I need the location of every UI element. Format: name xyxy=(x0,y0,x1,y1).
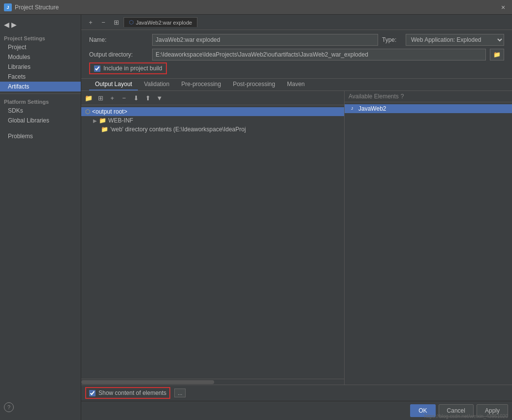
title-bar: J Project Structure × xyxy=(0,0,512,15)
available-item-label: JavaWeb2 xyxy=(358,105,386,112)
output-dir-label: Output directory: xyxy=(89,51,148,58)
tree-item-output-root[interactable]: ⬡ <output root> xyxy=(81,107,344,116)
sidebar-item-libraries[interactable]: Libraries xyxy=(0,62,81,72)
copy-artifact-button[interactable]: ⊞ xyxy=(111,17,122,28)
artifact-tab-label: JavaWeb2:war explode xyxy=(136,20,192,26)
tree-move-up-btn[interactable]: ⬆ xyxy=(142,92,153,103)
title-bar-text: Project Structure xyxy=(15,4,59,11)
output-root-label: <output root> xyxy=(92,108,127,115)
tree-more-btn[interactable]: ▼ xyxy=(154,92,165,103)
close-button[interactable]: × xyxy=(498,2,508,12)
browse-button[interactable]: 📁 xyxy=(490,49,504,60)
output-layout-panel: 📁 ⊞ + − ⬇ ⬆ ▼ ⬡ <output root> ▶ 📁 xyxy=(81,91,512,385)
output-dir-row: Output directory: 📁 xyxy=(89,49,504,60)
sidebar-divider xyxy=(0,93,81,94)
tree-panel: 📁 ⊞ + − ⬇ ⬆ ▼ ⬡ <output root> ▶ 📁 xyxy=(81,91,345,385)
sidebar-item-sdks[interactable]: SDKs xyxy=(0,106,81,116)
ellipsis-button[interactable]: ... xyxy=(174,389,186,397)
sidebar-bottom: ? xyxy=(0,398,81,416)
available-content: J JavaWeb2 xyxy=(345,102,512,385)
web-dir-label: 'web' directory contents (E:\Ideaworkspa… xyxy=(110,126,246,133)
artifact-tab[interactable]: ⬡ JavaWeb2:war explode xyxy=(124,17,197,27)
available-panel: Available Elements ? J JavaWeb2 xyxy=(345,91,512,385)
add-artifact-button[interactable]: + xyxy=(85,17,96,28)
platform-settings-label: Platform Settings xyxy=(0,96,81,106)
include-build-checkbox[interactable] xyxy=(94,65,100,72)
tabs-bar: Output Layout Validation Pre-processing … xyxy=(81,79,512,91)
tree-remove-btn[interactable]: − xyxy=(119,92,129,103)
webinf-arrow-icon: ▶ xyxy=(93,118,97,123)
tree-item-web-dir[interactable]: 📁 'web' directory contents (E:\Ideaworks… xyxy=(81,125,344,134)
webinf-folder-icon: 📁 xyxy=(99,117,106,124)
tree-add-btn[interactable]: + xyxy=(107,92,118,103)
tree-folder-btn[interactable]: 📁 xyxy=(83,92,94,103)
available-item-javaweb2[interactable]: J JavaWeb2 xyxy=(345,104,512,113)
tab-preprocessing[interactable]: Pre-processing xyxy=(175,79,227,90)
content-area: + − ⊞ ⬡ JavaWeb2:war explode Name: Type:… xyxy=(81,15,512,420)
sidebar-item-global-libraries[interactable]: Global Libraries xyxy=(0,116,81,125)
watermark: https://blog.csdn.net/weixin_43951020 xyxy=(424,414,508,419)
sidebar-item-project[interactable]: Project xyxy=(0,42,81,52)
horizontal-scrollbar[interactable] xyxy=(81,379,344,385)
type-select[interactable]: Web Application: Exploded xyxy=(406,34,504,46)
output-root-icon: ⬡ xyxy=(85,108,90,115)
include-build-container: Include in project build xyxy=(89,62,504,74)
webinf-label: WEB-INF xyxy=(108,117,133,124)
tree-content: ⬡ <output root> ▶ 📁 WEB-INF 📁 'web' dire… xyxy=(81,105,344,379)
tab-validation[interactable]: Validation xyxy=(138,79,175,90)
available-header: Available Elements ? xyxy=(345,91,512,102)
form-area: Name: Type: Web Application: Exploded Ou… xyxy=(81,30,512,79)
show-content-row: Show content of elements xyxy=(85,387,170,399)
output-dir-input[interactable] xyxy=(152,49,486,60)
module-icon: J xyxy=(349,105,355,112)
sidebar-item-facets[interactable]: Facets xyxy=(0,72,81,82)
type-label: Type: xyxy=(382,36,402,43)
tree-layout-btn[interactable]: ⊞ xyxy=(95,92,106,103)
app-icon: J xyxy=(4,3,12,11)
remove-artifact-button[interactable]: − xyxy=(98,17,109,28)
sidebar-item-modules[interactable]: Modules xyxy=(0,52,81,62)
tree-move-down-btn[interactable]: ⬇ xyxy=(130,92,141,103)
nav-arrows: ◀ ▶ xyxy=(0,19,81,32)
tab-maven[interactable]: Maven xyxy=(281,79,311,90)
project-settings-label: Project Settings xyxy=(0,32,81,42)
web-dir-icon: 📁 xyxy=(101,126,108,133)
show-content-checkbox[interactable] xyxy=(89,390,96,396)
available-help-icon[interactable]: ? xyxy=(401,93,404,100)
sidebar: ◀ ▶ Project Settings Project Modules Lib… xyxy=(0,15,81,420)
name-row: Name: Type: Web Application: Exploded xyxy=(89,34,504,46)
name-input[interactable] xyxy=(152,34,378,46)
main-container: ◀ ▶ Project Settings Project Modules Lib… xyxy=(0,15,512,420)
available-header-label: Available Elements xyxy=(349,93,399,100)
help-button[interactable]: ? xyxy=(4,402,14,412)
bottom-bar: Show content of elements ... xyxy=(81,385,512,401)
tab-output-layout[interactable]: Output Layout xyxy=(89,79,138,90)
back-button[interactable]: ◀ xyxy=(4,21,9,29)
content-toolbar: + − ⊞ ⬡ JavaWeb2:war explode xyxy=(81,15,512,30)
tree-item-webinf[interactable]: ▶ 📁 WEB-INF xyxy=(81,116,344,125)
sidebar-item-artifacts[interactable]: Artifacts xyxy=(0,82,81,91)
name-label: Name: xyxy=(89,36,148,43)
tree-toolbar: 📁 ⊞ + − ⬇ ⬆ ▼ xyxy=(81,91,344,105)
show-content-label: Show content of elements xyxy=(98,390,166,396)
sidebar-item-problems[interactable]: Problems xyxy=(0,131,81,141)
forward-button[interactable]: ▶ xyxy=(11,21,17,29)
tab-postprocessing[interactable]: Post-processing xyxy=(227,79,281,90)
include-build-row: Include in project build xyxy=(89,62,167,74)
include-build-label: Include in project build xyxy=(103,65,162,72)
